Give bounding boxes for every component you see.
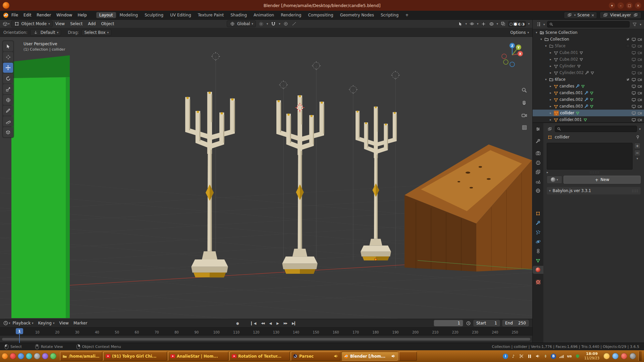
monitor-toggle-icon[interactable] xyxy=(632,98,636,102)
tab-material[interactable] xyxy=(533,266,543,274)
menu-help[interactable]: Help xyxy=(75,13,89,17)
shading-material-icon[interactable]: ◐ xyxy=(518,22,521,26)
tab-render[interactable] xyxy=(533,149,543,157)
camera-toggle-icon[interactable] xyxy=(638,71,642,75)
monitor-toggle-icon[interactable] xyxy=(632,111,636,115)
workspace-tab-uv-editing[interactable]: UV Editing xyxy=(167,12,194,18)
monitor-toggle-icon[interactable] xyxy=(632,51,636,55)
workspace-tab-layout[interactable]: Layout xyxy=(96,12,116,18)
tab-scene[interactable] xyxy=(533,177,543,185)
chevron-down-icon[interactable]: ▾ xyxy=(465,22,467,25)
bluetooth-tray-icon[interactable]: B xyxy=(551,354,556,359)
drag-dropdown[interactable]: Select Box ▾ xyxy=(82,29,111,36)
gizmo-axis-x-label[interactable]: X xyxy=(519,52,522,56)
tray-app-icon[interactable] xyxy=(621,353,627,359)
expand-arrow-icon[interactable]: ▸ xyxy=(549,58,552,61)
pause-tray-icon[interactable] xyxy=(527,353,532,359)
expand-arrow-icon[interactable]: ▸ xyxy=(549,91,552,95)
record-button[interactable]: ● xyxy=(235,321,240,325)
play-reverse-button[interactable]: ◀ xyxy=(268,321,273,325)
cursor-tool[interactable] xyxy=(3,52,13,62)
timeline-scrollbar[interactable] xyxy=(2,338,530,341)
check-toggle-icon[interactable] xyxy=(626,77,630,81)
expand-arrow-icon[interactable]: ▸ xyxy=(549,71,552,74)
window-menu-icon[interactable]: ▾ xyxy=(609,2,615,9)
menu-render[interactable]: Render xyxy=(34,13,54,17)
proportional-edit-icon[interactable] xyxy=(283,21,289,27)
taskbar-window-youtube-1[interactable]: (91) Tokyo Girl Chi... xyxy=(103,352,167,361)
unlink-scene-icon[interactable]: × xyxy=(591,13,594,17)
jump-start-button[interactable]: ▎◀ xyxy=(250,321,258,325)
expand-arrow-icon[interactable]: ▸ xyxy=(549,118,552,121)
play-button[interactable]: ▶ xyxy=(275,321,280,325)
camera-toggle-icon[interactable] xyxy=(638,111,642,115)
timeline-ruler[interactable]: 1102030405060708090100110120130140150160… xyxy=(0,327,532,336)
camera-toggle-icon[interactable] xyxy=(638,57,642,62)
taskbar-launcher-icon[interactable] xyxy=(42,353,48,359)
select-box-tool[interactable] xyxy=(3,41,13,51)
taskbar-window-blender[interactable]: Blender [/hom... xyxy=(341,352,398,361)
taskbar-window-parsec[interactable]: Parsec xyxy=(291,352,340,361)
gizmo-axis-y-label[interactable]: Y xyxy=(517,46,520,49)
editor-type-icon[interactable] xyxy=(2,21,8,27)
volume-tray-icon[interactable] xyxy=(535,353,540,359)
taskbar-blank-button[interactable] xyxy=(399,352,417,361)
camera-toggle-icon[interactable] xyxy=(638,84,642,88)
outliner-search-input[interactable] xyxy=(547,21,630,27)
window-titlebar[interactable]: Blender [/home/amalie/Desktop/blender/ca… xyxy=(0,0,644,11)
workspace-tab-shading[interactable]: Shading xyxy=(227,12,250,18)
expand-arrow-icon[interactable]: ▸ xyxy=(549,84,552,88)
close-icon[interactable]: × xyxy=(635,2,641,9)
add-cube-tool[interactable] xyxy=(3,127,13,137)
tab-physics[interactable] xyxy=(533,238,543,246)
monitor-toggle-icon[interactable] xyxy=(632,91,636,95)
orthographic-toggle-icon[interactable] xyxy=(521,124,527,130)
properties-nav-icon[interactable] xyxy=(547,126,553,132)
show-overlays-icon[interactable] xyxy=(489,21,495,27)
outliner-row-candles[interactable]: ▸candles xyxy=(533,83,644,89)
tab-view-layer[interactable] xyxy=(533,168,543,176)
expand-arrow-icon[interactable]: ▸ xyxy=(549,51,552,54)
wifi-tray-icon[interactable] xyxy=(558,353,564,359)
chevron-down-icon[interactable]: ▾ xyxy=(639,127,641,131)
rotate-tool[interactable] xyxy=(3,73,13,83)
tab-output[interactable] xyxy=(533,159,543,167)
taskbar-launcher-icon[interactable] xyxy=(50,353,56,359)
workspace-tab-texture-paint[interactable]: Texture Paint xyxy=(195,12,227,18)
timeline-menu-playback[interactable]: Playback▾ xyxy=(10,321,36,325)
chevron-down-icon[interactable]: ▾ xyxy=(267,22,268,25)
viewport-menu-object[interactable]: Object xyxy=(98,21,117,26)
outliner-row-collider[interactable]: ▸collider xyxy=(533,110,644,116)
keyboard-layout-indicator[interactable]: us xyxy=(567,353,572,359)
viewlayer-selector[interactable]: ViewLayer xyxy=(600,12,641,19)
shield-tray-icon[interactable] xyxy=(575,353,580,359)
collapse-arrow-icon[interactable]: ▾ xyxy=(539,38,543,41)
start-frame-field[interactable]: Start1 xyxy=(473,320,500,326)
snap-magnet-icon[interactable] xyxy=(270,21,276,27)
camera-toggle-icon[interactable] xyxy=(638,44,642,48)
selectability-icon[interactable] xyxy=(457,21,463,27)
babylon-section-header[interactable]: ▾ Babylon.js ver 3.3.1 :::: xyxy=(547,187,641,194)
tab-tool[interactable] xyxy=(533,137,543,145)
outliner-editor-icon[interactable] xyxy=(535,21,541,27)
outliner-row-cube-001[interactable]: ▸Cube.001 xyxy=(533,49,644,56)
scissors-tray-icon[interactable] xyxy=(519,353,524,359)
camera-toggle-icon[interactable] xyxy=(638,64,642,68)
monitor-toggle-icon[interactable] xyxy=(632,84,636,88)
3d-viewport[interactable]: User Perspective (1) Collection | collid… xyxy=(0,37,532,319)
add-workspace-button[interactable]: + xyxy=(402,12,412,18)
expand-arrow-icon[interactable]: ▸ xyxy=(549,111,552,115)
monitor-toggle-icon[interactable] xyxy=(632,118,636,122)
slot-specials-icon[interactable]: ▾ xyxy=(637,157,638,160)
camera-toggle-icon[interactable] xyxy=(638,98,642,102)
workspace-tab-sculpting[interactable]: Sculpting xyxy=(142,12,166,18)
timeline-editor-icon[interactable] xyxy=(3,320,9,326)
expand-arrow-icon[interactable]: ▸ xyxy=(547,171,549,174)
taskbar-launcher-icon[interactable] xyxy=(34,353,40,359)
timeline-menu-marker[interactable]: Marker xyxy=(71,321,90,325)
scale-tool[interactable] xyxy=(3,84,13,94)
outliner-row-cube-002[interactable]: ▸Cube.002 xyxy=(533,56,644,63)
timeline-track[interactable] xyxy=(0,336,532,343)
filter-funnel-icon[interactable] xyxy=(632,21,638,27)
falloff-curve-icon[interactable] xyxy=(291,21,297,27)
